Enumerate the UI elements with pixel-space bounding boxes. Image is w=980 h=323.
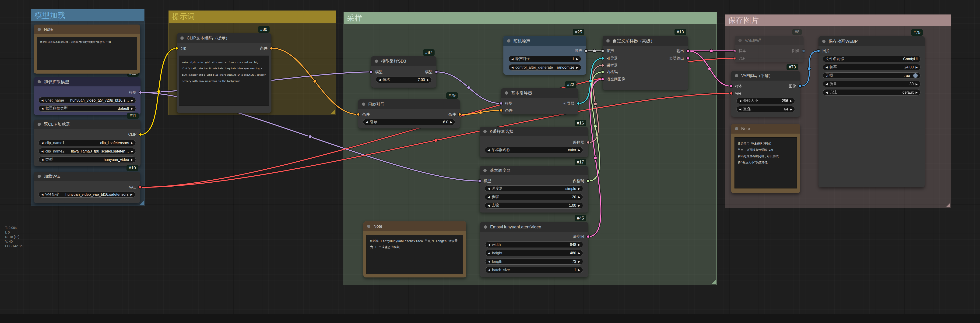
collapse-dot-icon[interactable] <box>180 37 184 40</box>
left-arrow-icon[interactable]: ◀ <box>488 187 490 190</box>
node-header[interactable]: Note <box>34 24 140 34</box>
left-arrow-icon[interactable]: ◀ <box>488 243 490 246</box>
widget-quality[interactable]: ◀质量80▶ <box>823 81 921 87</box>
input-noise[interactable]: 噪声 <box>601 47 614 54</box>
right-arrow-icon[interactable]: ▶ <box>790 99 792 102</box>
node-vae-decode-tiled[interactable]: #73 VAE解码（平铺） 样本 vae 图像 ◀瓷砖大小256▶ ◀重叠64▶ <box>731 71 800 117</box>
widget-guidance[interactable]: ◀引导6.0▶ <box>363 119 455 125</box>
collapse-dot-icon[interactable] <box>507 39 511 43</box>
port-dot-icon[interactable] <box>434 70 438 74</box>
left-arrow-icon[interactable]: ◀ <box>41 158 43 162</box>
node-model-sampling-sd3[interactable]: #67 模型采样SD3 模型 模型 ◀偏移7.00▶ <box>371 56 436 88</box>
port-dot-icon[interactable] <box>369 70 373 74</box>
port-dot-icon[interactable] <box>586 179 590 183</box>
input-conditioning[interactable]: 条件 <box>356 111 370 118</box>
output-latent[interactable]: 潜空间 <box>573 233 590 240</box>
node-ksampler-select[interactable]: #16 K采样器选择 采样器 ◀采样器名称euler▶ <box>480 127 588 157</box>
right-arrow-icon[interactable]: ▶ <box>131 107 133 110</box>
collapse-dot-icon[interactable] <box>505 91 508 94</box>
left-arrow-icon[interactable]: ◀ <box>366 120 368 124</box>
node-load-vae[interactable]: #10 加载VAE VAE ◀vae名称hunyuan_video_vae_bf… <box>34 172 140 203</box>
widget-method[interactable]: ◀方法default▶ <box>823 89 921 96</box>
input-vae[interactable]: vae <box>733 55 745 62</box>
right-arrow-icon[interactable]: ▶ <box>578 149 580 152</box>
input-clip[interactable]: clip <box>175 45 186 52</box>
port-dot-icon[interactable] <box>584 49 588 53</box>
left-arrow-icon[interactable]: ◀ <box>488 260 490 263</box>
collapse-dot-icon[interactable] <box>822 40 826 43</box>
left-arrow-icon[interactable]: ◀ <box>826 82 827 86</box>
right-arrow-icon[interactable]: ▶ <box>131 141 133 145</box>
right-arrow-icon[interactable]: ▶ <box>578 251 580 255</box>
input-guider[interactable]: 引导器 <box>601 55 618 62</box>
left-arrow-icon[interactable]: ◀ <box>41 107 43 110</box>
output-clip[interactable]: CLIP <box>128 131 142 138</box>
port-dot-icon[interactable] <box>802 49 805 53</box>
port-dot-icon[interactable] <box>586 141 590 144</box>
node-header[interactable]: 双CLIP加载器 <box>34 120 140 129</box>
port-dot-icon[interactable] <box>601 70 605 74</box>
right-arrow-icon[interactable]: ▶ <box>131 150 133 153</box>
left-arrow-icon[interactable]: ◀ <box>379 78 381 82</box>
node-header[interactable]: VAE解码 <box>735 36 803 45</box>
widget-unet-name[interactable]: ◀unet_namehunyuan_video_t2v_720p_bf16.s…… <box>38 97 136 104</box>
widget-tile-size[interactable]: ◀瓷砖大小256▶ <box>737 98 795 104</box>
left-arrow-icon[interactable]: ◀ <box>488 195 490 199</box>
left-arrow-icon[interactable]: ◀ <box>739 108 741 111</box>
port-dot-icon[interactable] <box>729 91 733 95</box>
right-arrow-icon[interactable]: ▶ <box>131 158 133 162</box>
widget-fps[interactable]: ◀帧率24.00▶ <box>823 64 921 70</box>
left-arrow-icon[interactable]: ◀ <box>511 58 514 61</box>
port-dot-icon[interactable] <box>175 46 178 50</box>
widget-batch-size[interactable]: ◀batch_size1▶ <box>485 267 583 273</box>
port-dot-icon[interactable] <box>138 91 142 94</box>
widget-vae-name[interactable]: ◀vae名称hunyuan_video_vae_bf16.safetensors… <box>38 191 135 198</box>
collapse-dot-icon[interactable] <box>375 59 378 63</box>
node-empty-hunyuan-latent-video[interactable]: #45 EmptyHunyuanLatentVideo 潜空间 ◀width84… <box>480 222 588 277</box>
input-latent-image[interactable]: 潜空间图像 <box>601 76 625 83</box>
node-flux-guidance[interactable]: #79 Flux引导 条件 条件 ◀引导6.0▶ <box>358 99 460 128</box>
output-conditioning[interactable]: 条件 <box>448 111 461 118</box>
widget-scheduler[interactable]: ◀调度器simple▶ <box>485 185 583 192</box>
node-header[interactable]: 基本调度器 <box>480 166 588 175</box>
port-dot-icon[interactable] <box>458 113 461 116</box>
port-dot-icon[interactable] <box>817 49 820 53</box>
right-arrow-icon[interactable]: ▶ <box>130 193 132 196</box>
node-header[interactable]: Note <box>731 124 800 134</box>
input-model[interactable]: 模型 <box>369 69 382 75</box>
collapse-dot-icon[interactable] <box>38 123 41 126</box>
collapse-dot-icon[interactable] <box>367 225 371 228</box>
port-dot-icon[interactable] <box>499 102 503 106</box>
output-vae[interactable]: VAE <box>129 184 142 191</box>
port-dot-icon[interactable] <box>733 49 737 53</box>
node-header[interactable]: 自定义采样器（高级） <box>603 36 688 46</box>
widget-steps[interactable]: ◀步骤20▶ <box>485 194 583 200</box>
port-dot-icon[interactable] <box>729 84 733 88</box>
node-note-save[interactable]: Note 建议使用 VAE解码(平铺) 节点，这可以有效缓解 VAE 解码时爆显… <box>731 124 800 193</box>
right-arrow-icon[interactable]: ▶ <box>578 204 580 207</box>
right-arrow-icon[interactable]: ▶ <box>578 260 580 263</box>
output-sigmas[interactable]: 西格玛 <box>573 177 590 184</box>
collapse-dot-icon[interactable] <box>38 80 41 83</box>
input-vae[interactable]: vae <box>729 90 741 97</box>
node-header[interactable]: VAE解码（平铺） <box>731 71 800 81</box>
port-dot-icon[interactable] <box>138 133 142 136</box>
node-sampler-custom-advanced[interactable]: #13 自定义采样器（高级） 噪声 引导器 采样器 西格玛 潜空间图像 输出 去… <box>603 36 688 90</box>
output-output[interactable]: 输出 <box>676 47 690 54</box>
right-arrow-icon[interactable]: ▶ <box>427 78 429 82</box>
output-sampler[interactable]: 采样器 <box>573 139 590 146</box>
input-samples[interactable]: 样本 <box>729 83 743 90</box>
node-load-diffusion-model[interactable]: #12 加载扩散模型 模型 ◀unet_namehunyuan_video_t2… <box>34 77 140 115</box>
left-arrow-icon[interactable]: ◀ <box>511 66 514 69</box>
input-samples[interactable]: 样本 <box>733 47 746 54</box>
node-header[interactable]: 随机噪声 <box>503 36 586 46</box>
toggle-knob-icon[interactable] <box>913 74 918 78</box>
node-header[interactable]: 加载扩散模型 <box>34 77 140 86</box>
collapse-dot-icon[interactable] <box>38 175 41 178</box>
collapse-dot-icon[interactable] <box>484 130 487 133</box>
right-arrow-icon[interactable]: ▶ <box>578 243 580 246</box>
right-arrow-icon[interactable]: ▶ <box>576 66 578 69</box>
collapse-dot-icon[interactable] <box>735 74 738 77</box>
input-sigmas[interactable]: 西格玛 <box>601 69 618 75</box>
port-dot-icon[interactable] <box>138 185 142 189</box>
